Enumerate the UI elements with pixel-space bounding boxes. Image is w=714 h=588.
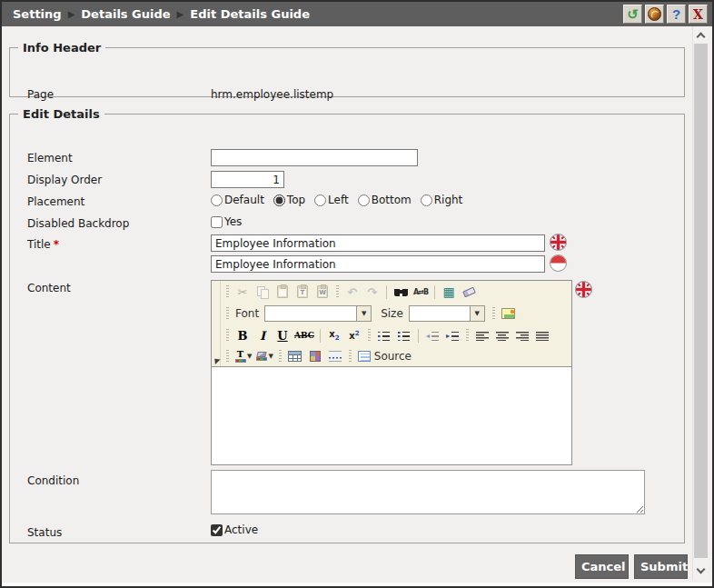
background-color-button[interactable]: ▼	[254, 347, 273, 365]
placement-radio-default[interactable]	[211, 194, 223, 206]
insert-image-button[interactable]	[500, 304, 518, 323]
scrollbar-thumb[interactable]	[694, 44, 708, 558]
decrease-indent-button[interactable]	[423, 326, 441, 344]
status-option[interactable]: Active	[211, 523, 258, 536]
title-label: Title*	[27, 238, 59, 251]
size-select[interactable]	[409, 305, 471, 322]
underline-icon: U	[277, 329, 287, 343]
placement-option-left[interactable]: Left	[314, 194, 349, 206]
align-left-button[interactable]	[473, 326, 491, 344]
title-input-indonesian[interactable]	[211, 255, 545, 273]
editor-toolbar-row-1: ✂ T W ↶ ↷ A⇄B ▦	[222, 281, 571, 303]
size-combo: ▼	[409, 305, 485, 322]
remove-format-button[interactable]	[460, 283, 478, 301]
paste-from-word-button[interactable]: W	[313, 283, 332, 301]
source-icon	[358, 351, 371, 362]
disabled-backdrop-label: Disabled Backdrop	[27, 217, 129, 230]
editor-toolbar-row-4: T ▼ ▼ Source	[222, 345, 571, 367]
refresh-button[interactable]: ↺	[623, 5, 642, 24]
submit-button[interactable]: Submit	[634, 554, 688, 579]
breadcrumb-setting[interactable]: Setting	[13, 7, 62, 21]
help-button[interactable]: ?	[667, 5, 686, 24]
undo-icon: ↶	[348, 285, 358, 299]
font-select[interactable]	[264, 305, 357, 322]
italic-button[interactable]: I	[253, 326, 272, 344]
placement-radio-top[interactable]	[273, 194, 285, 206]
status-option-label: Active	[224, 523, 258, 536]
underline-button[interactable]: U	[273, 326, 292, 344]
breadcrumb-details-guide[interactable]: Details Guide	[81, 7, 170, 21]
display-order-input[interactable]	[211, 171, 284, 188]
unordered-list-button[interactable]	[395, 326, 413, 344]
redo-icon: ↷	[368, 285, 378, 299]
toolbar-grip	[226, 329, 229, 343]
element-label: Element	[27, 152, 73, 164]
paste-plain-text-button[interactable]: T	[293, 283, 312, 301]
scroll-up-button[interactable]	[693, 26, 708, 43]
scroll-down-button[interactable]	[693, 561, 708, 581]
paste-button[interactable]	[273, 283, 292, 301]
placement-option-right[interactable]: Right	[421, 194, 463, 206]
vertical-scrollbar[interactable]	[692, 26, 708, 581]
insert-table-button[interactable]	[286, 347, 304, 365]
help-icon: ?	[672, 7, 680, 21]
page-value: hrm.employee.listemp	[211, 88, 333, 101]
paste-from-word-icon: W	[317, 285, 328, 298]
align-center-button[interactable]	[493, 326, 511, 344]
breadcrumb-separator-icon: ▶	[68, 9, 75, 19]
titlebar-buttons: ↺ ? X	[623, 5, 708, 24]
breadcrumb-edit-details-guide: Edit Details Guide	[190, 7, 310, 21]
cut-button[interactable]: ✂	[233, 283, 252, 301]
bold-icon: B	[238, 329, 248, 343]
select-all-button[interactable]: ▦	[440, 283, 458, 301]
support-button[interactable]	[645, 5, 664, 24]
cancel-button[interactable]: Cancel	[575, 554, 629, 579]
toolbar-collapse-handle[interactable]	[212, 281, 221, 366]
decrease-indent-icon	[426, 331, 439, 341]
editor-toolbar-row-2: Font ▼ Size ▼	[222, 303, 571, 324]
close-button[interactable]: X	[689, 5, 708, 24]
toolbar-grip	[368, 329, 371, 343]
background-color-icon	[255, 352, 267, 361]
placement-option-bottom[interactable]: Bottom	[358, 194, 412, 206]
bold-button[interactable]: B	[233, 326, 252, 344]
disabled-backdrop-option[interactable]: Yes	[211, 215, 242, 228]
page-break-button[interactable]	[326, 347, 344, 365]
strikethrough-button[interactable]: ABC	[293, 326, 315, 344]
size-dropdown-button[interactable]: ▼	[471, 305, 485, 322]
display-order-label: Display Order	[27, 174, 102, 186]
copy-button[interactable]	[253, 283, 272, 301]
placement-option-default[interactable]: Default	[211, 194, 264, 206]
info-header-fieldset: Info Header Page hrm.employee.listemp	[9, 41, 685, 97]
font-combo: ▼	[264, 305, 372, 322]
ordered-list-button[interactable]	[375, 326, 393, 344]
insert-special-button[interactable]	[306, 347, 324, 365]
toolbar-grip	[226, 307, 229, 321]
redo-button[interactable]: ↷	[363, 283, 382, 301]
undo-button[interactable]: ↶	[343, 283, 362, 301]
font-dropdown-button[interactable]: ▼	[357, 305, 372, 322]
placement-option-top[interactable]: Top	[273, 194, 305, 206]
placement-option-label: Left	[328, 194, 349, 206]
find-button[interactable]	[392, 283, 410, 301]
increase-indent-button[interactable]	[443, 326, 461, 344]
placement-radio-bottom[interactable]	[358, 194, 370, 206]
justify-button[interactable]	[533, 326, 551, 344]
element-input[interactable]	[211, 149, 418, 166]
condition-textarea[interactable]	[211, 470, 645, 514]
toolbar-separator	[320, 329, 321, 343]
superscript-button[interactable]: x2	[345, 326, 363, 344]
placement-radio-right[interactable]	[421, 194, 432, 206]
subscript-button[interactable]: x2	[325, 326, 343, 344]
editor-content-area[interactable]	[212, 367, 571, 464]
text-color-button[interactable]: T ▼	[233, 347, 253, 365]
disabled-backdrop-checkbox[interactable]	[211, 216, 223, 228]
placement-option-label: Top	[287, 194, 305, 206]
font-label: Font	[235, 307, 259, 320]
title-input-english[interactable]	[211, 234, 545, 252]
status-active-checkbox[interactable]	[211, 524, 223, 536]
placement-radio-left[interactable]	[314, 194, 326, 206]
source-button[interactable]: Source	[356, 350, 413, 363]
align-right-button[interactable]	[513, 326, 531, 344]
replace-button[interactable]: A⇄B	[412, 283, 430, 301]
